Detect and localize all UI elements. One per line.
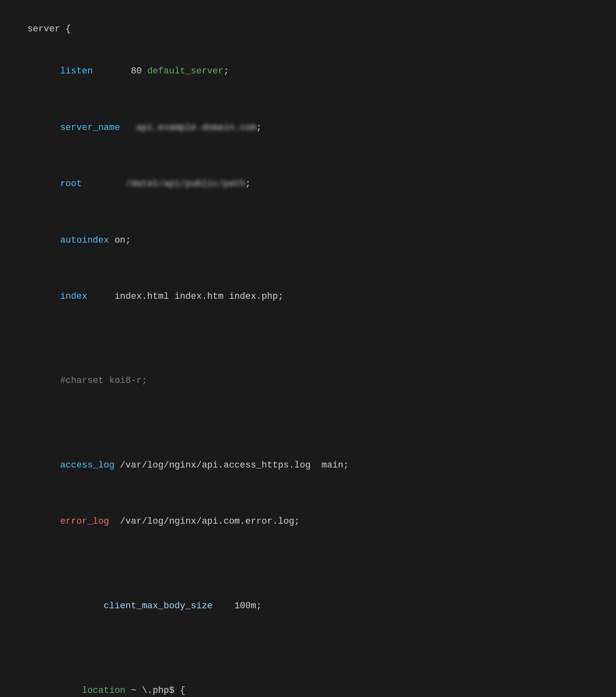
line-index: index index.html index.htm index.php; xyxy=(17,291,283,316)
line-client-max-body: client_max_body_size 100m; xyxy=(17,601,262,625)
server-open: server { xyxy=(27,24,71,34)
line-root: root /data1/api/public/path; xyxy=(17,179,251,203)
line-listen: listen 80 default_server; xyxy=(17,66,229,90)
line-error-log: error_log /var/log/nginx/api.com.error.l… xyxy=(17,516,300,541)
line-access-log: access_log /var/log/nginx/api.access_htt… xyxy=(17,460,349,484)
line-autoindex: autoindex on; xyxy=(17,235,131,260)
line-location-php: location ~ \.php$ { xyxy=(17,685,185,697)
line-server-name: server_name api.example.domain.com; xyxy=(17,123,262,147)
line-charset-comment: #charset koi8-r; xyxy=(17,376,147,400)
code-editor: server { listen 80 default_server; serve… xyxy=(17,8,599,697)
